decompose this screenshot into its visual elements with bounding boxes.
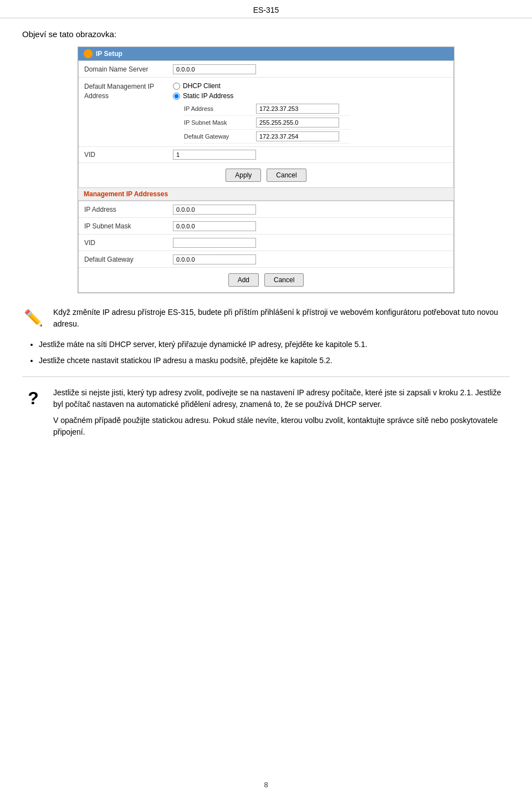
ip-mode-group: DHCP Client Static IP Address IP Address <box>173 82 339 144</box>
ip-address-label: IP Address <box>184 105 256 112</box>
pencil-icon: ✏️ <box>24 309 43 327</box>
pencil-icon-container: ✏️ <box>22 307 44 329</box>
mgmt-vid-label: VID <box>84 239 173 247</box>
gateway-label: Default Gateway <box>184 133 256 140</box>
ip-setup-icon <box>84 49 93 58</box>
mgmt-ip-row: Default Management IPAddress DHCP Client… <box>79 78 453 147</box>
page-number: 8 <box>264 781 268 789</box>
static-option[interactable]: Static IP Address <box>173 92 339 100</box>
mgmt-ip-address-input[interactable] <box>173 205 256 215</box>
subnet-row: IP Subnet Mask <box>184 116 350 130</box>
screenshot-box: IP Setup Domain Name Server Default Mana… <box>78 47 454 293</box>
mgmt-ip-address-row: IP Address <box>79 201 453 218</box>
mgmt-ip-form: IP Address IP Subnet Mask VID Default Ga… <box>78 201 454 293</box>
dhcp-radio[interactable] <box>173 83 180 90</box>
question-icon: ? <box>28 388 39 409</box>
mgmt-gateway-input[interactable] <box>173 254 256 264</box>
ip-setup-title: IP Setup <box>96 50 122 58</box>
mgmt-gateway-label: Default Gateway <box>84 256 173 263</box>
static-radio[interactable] <box>173 93 180 100</box>
mgmt-vid-input[interactable] <box>173 238 256 248</box>
mgmt-gateway-row: Default Gateway <box>79 251 453 268</box>
ip-setup-form: Domain Name Server Default Management IP… <box>78 60 454 188</box>
gateway-input[interactable] <box>256 131 339 141</box>
bullet-list: Jestliže máte na síti DHCP server, který… <box>39 339 510 366</box>
apply-button[interactable]: Apply <box>226 169 261 182</box>
ip-address-input[interactable] <box>256 104 339 114</box>
mgmt-subnet-input[interactable] <box>173 221 256 231</box>
bullet-item-1: Jestliže máte na síti DHCP server, který… <box>39 339 510 350</box>
bullet-item-2: Jestliže chcete nastavit statickou IP ad… <box>39 355 510 366</box>
add-button[interactable]: Add <box>228 273 259 287</box>
page-title: ES-315 <box>253 6 279 14</box>
gateway-row: Default Gateway <box>184 130 350 144</box>
mgmt-vid-row: VID <box>79 235 453 251</box>
dns-input[interactable] <box>173 64 256 74</box>
ip-setup-header: IP Setup <box>78 47 454 60</box>
note1-block: ✏️ Když změníte IP adresu přístroje ES-3… <box>22 307 510 330</box>
add-cancel-row: Add Cancel <box>79 268 453 292</box>
ip-address-row: IP Address <box>184 102 350 116</box>
dns-label: Domain Name Server <box>84 65 173 73</box>
static-ip-section: IP Address IP Subnet Mask Default Gatewa… <box>184 102 350 144</box>
tip-block: ? Jestliže si nejste jisti, který typ ad… <box>22 387 510 438</box>
tip-text-block: Jestliže si nejste jisti, který typ adre… <box>53 387 510 438</box>
subnet-label: IP Subnet Mask <box>184 119 256 126</box>
mgmt-subnet-label: IP Subnet Mask <box>84 222 173 230</box>
static-label: Static IP Address <box>183 92 233 100</box>
page-footer: 8 <box>0 781 532 789</box>
mgmt-ip-label: Default Management IPAddress <box>84 82 173 101</box>
apply-cancel-row: Apply Cancel <box>79 163 453 187</box>
dhcp-option[interactable]: DHCP Client <box>173 82 339 90</box>
vid-input[interactable] <box>173 150 256 160</box>
page-content: Objeví se tato obrazovka: IP Setup Domai… <box>0 18 532 469</box>
intro-text: Objeví se tato obrazovka: <box>22 29 510 39</box>
page-header: ES-315 <box>0 0 532 18</box>
mgmt-cancel-button[interactable]: Cancel <box>264 273 304 287</box>
question-icon-container: ? <box>22 387 44 409</box>
mgmt-ip-address-label: IP Address <box>84 206 173 213</box>
vid-row: VID <box>79 147 453 163</box>
vid-label: VID <box>84 151 173 159</box>
separator <box>22 376 510 377</box>
dhcp-label: DHCP Client <box>183 82 221 90</box>
tip-text2: V opačném případě použijte statickou adr… <box>53 415 510 438</box>
cancel-button[interactable]: Cancel <box>267 169 306 182</box>
subnet-input[interactable] <box>256 118 339 128</box>
tip-text1: Jestliže si nejste jisti, který typ adre… <box>53 387 510 410</box>
mgmt-section-header: Management IP Addresses <box>78 188 454 201</box>
dns-row: Domain Name Server <box>79 61 453 78</box>
note1-text: Když změníte IP adresu přístroje ES-315,… <box>53 307 510 330</box>
mgmt-subnet-row: IP Subnet Mask <box>79 218 453 235</box>
